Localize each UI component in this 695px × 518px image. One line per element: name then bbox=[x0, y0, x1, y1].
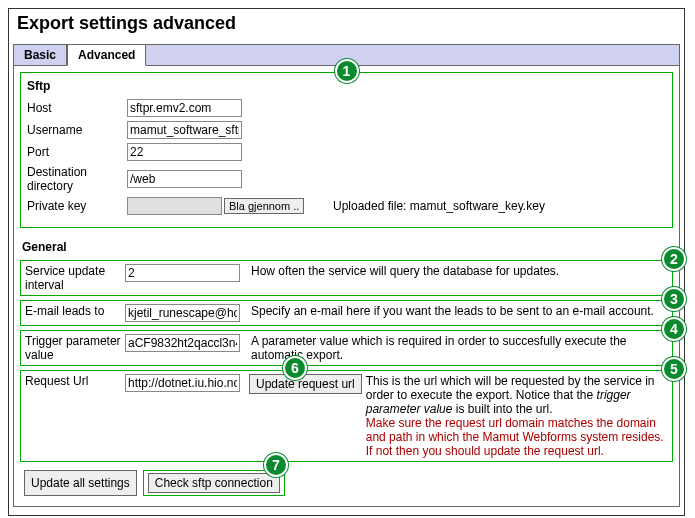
tab-basic[interactable]: Basic bbox=[13, 44, 67, 66]
general-heading: General bbox=[20, 236, 673, 260]
request-url-desc: This is the url which will be requested … bbox=[362, 374, 668, 458]
leads-input[interactable] bbox=[125, 304, 240, 322]
request-url-label: Request Url bbox=[25, 374, 125, 388]
interval-desc: How often the service will query the dat… bbox=[245, 264, 668, 292]
trigger-desc: A parameter value which is required in o… bbox=[245, 334, 668, 362]
request-url-desc-2: is built into the url. bbox=[452, 402, 552, 416]
interval-label: Service update interval bbox=[25, 264, 125, 292]
host-input[interactable] bbox=[127, 99, 242, 117]
destination-label: Destination directory bbox=[27, 165, 127, 193]
leads-desc: Specify an e-mail here if you want the l… bbox=[245, 304, 668, 322]
callout-3: 3 bbox=[662, 287, 686, 311]
trigger-label: Trigger parameter value bbox=[25, 334, 125, 362]
username-input[interactable] bbox=[127, 121, 242, 139]
username-label: Username bbox=[27, 123, 127, 137]
port-label: Port bbox=[27, 145, 127, 159]
callout-5: 5 bbox=[662, 357, 686, 381]
check-sftp-wrap: Check sftp connection 7 bbox=[143, 470, 285, 496]
trigger-input[interactable] bbox=[125, 334, 240, 352]
update-request-url-button[interactable]: Update request url bbox=[249, 374, 362, 394]
request-url-row: Request Url Update request url 6 This is… bbox=[20, 370, 673, 462]
update-all-settings-button[interactable]: Update all settings bbox=[24, 470, 137, 496]
page-title: Export settings advanced bbox=[9, 9, 684, 44]
browse-button[interactable]: Bla gjennom .. bbox=[224, 198, 304, 214]
callout-4: 4 bbox=[662, 317, 686, 341]
sftp-section: 1 Sftp Host Username Port Destination di… bbox=[20, 72, 673, 228]
trigger-row: Trigger parameter value A parameter valu… bbox=[20, 330, 673, 366]
callout-6: 6 bbox=[283, 356, 307, 380]
private-key-file-field[interactable] bbox=[127, 197, 222, 215]
request-url-input[interactable] bbox=[125, 374, 240, 392]
tab-advanced[interactable]: Advanced bbox=[67, 44, 146, 66]
uploaded-file-label: Uploaded file: mamut_software_key.key bbox=[327, 199, 666, 213]
interval-input[interactable] bbox=[125, 264, 240, 282]
bottom-button-row: Update all settings Check sftp connectio… bbox=[20, 466, 673, 500]
callout-1: 1 bbox=[335, 59, 359, 83]
interval-row: Service update interval How often the se… bbox=[20, 260, 673, 296]
check-sftp-button[interactable]: Check sftp connection bbox=[148, 473, 280, 493]
callout-2: 2 bbox=[662, 247, 686, 271]
leads-row: E-mail leads to Specify an e-mail here i… bbox=[20, 300, 673, 326]
leads-label: E-mail leads to bbox=[25, 304, 125, 322]
port-input[interactable] bbox=[127, 143, 242, 161]
callout-7: 7 bbox=[264, 453, 288, 477]
destination-input[interactable] bbox=[127, 170, 242, 188]
private-key-label: Private key bbox=[27, 199, 127, 213]
request-url-warning: Make sure the request url domain matches… bbox=[366, 416, 668, 458]
tab-strip-fill bbox=[146, 44, 680, 66]
host-label: Host bbox=[27, 101, 127, 115]
tab-panel-advanced: 1 Sftp Host Username Port Destination di… bbox=[13, 66, 680, 507]
